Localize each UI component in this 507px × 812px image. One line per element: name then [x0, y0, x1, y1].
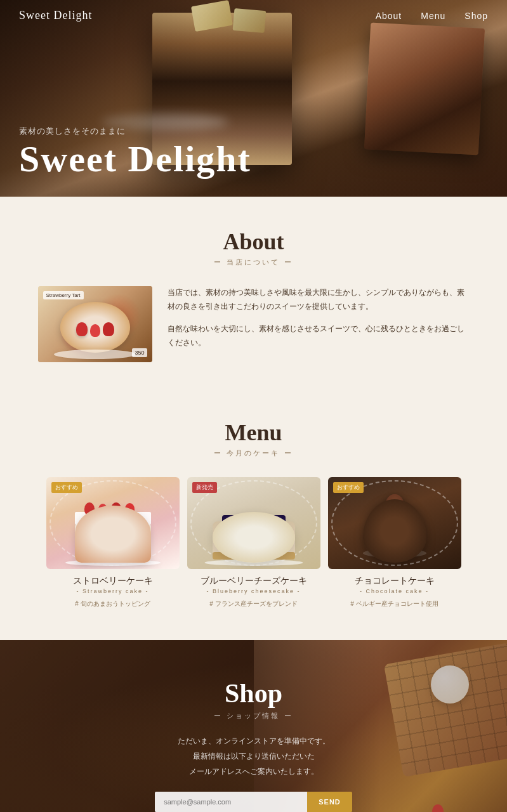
bb5 [260, 518, 267, 524]
shop-content: Shop ー ショップ情報 ー ただいま、オンラインストアを準備中です。 最新情… [19, 678, 488, 812]
nav-links: About Menu Shop [376, 11, 488, 21]
deco-circle-chocolate [331, 480, 458, 566]
tart-price: 350 [132, 348, 147, 357]
sc-layer2 [75, 534, 151, 550]
about-text: 当店では、素材の持つ美味しさや風味を最大限に生かし、シンプルでありながらも、素材… [168, 286, 470, 362]
sc-s2 [98, 504, 107, 515]
bc-cake [213, 509, 295, 560]
sc-cream [75, 512, 151, 525]
cc-drizzle [369, 535, 421, 537]
tart-label: Strawberry Tart [43, 291, 84, 299]
cc-base [363, 549, 426, 558]
about-image-inner: Strawberry Tart 350 [38, 286, 152, 362]
about-section: About ー 当店について ー Strawberry Tart 350 当店 [0, 197, 507, 394]
menu-section: Menu ー 今月のケーキ ー おすすめ [0, 394, 507, 640]
menu-card-blueberry: 新発売 [187, 477, 320, 608]
cc-swirl [385, 494, 404, 516]
shop-text-line3: メールアドレスへご案内いたします。 [19, 764, 488, 779]
menu-title: Menu [19, 419, 488, 446]
about-subtitle: ー 当店について ー [19, 258, 488, 267]
hero-title: Sweet Delight [19, 141, 251, 178]
menu-grid: おすすめ [25, 477, 482, 608]
about-content: Strawberry Tart 350 当店では、素材の持つ美味しさや風味を最大… [38, 286, 470, 362]
bc-crust [213, 552, 295, 560]
bc-plate [204, 560, 303, 566]
bc-berries [222, 515, 286, 527]
shop-title: Shop [19, 678, 488, 709]
menu-card-en-blueberry: - Blueberry cheesecake - [187, 588, 320, 594]
shop-form: SEND [19, 792, 488, 812]
menu-badge-blueberry: 新発売 [192, 482, 217, 493]
menu-card-en-chocolate: - Chocolate cake - [328, 588, 461, 594]
menu-card-img-strawberry: おすすめ [46, 477, 180, 569]
menu-card-strawberry: おすすめ [46, 477, 180, 608]
about-text-2: 自然な味わいを大切にし、素材を感じさせるスイーツで、心に残るひとときをお過ごしく… [168, 322, 470, 350]
menu-card-name-blueberry: ブルーベリーチーズケーキ [187, 575, 320, 587]
sc-layer3 [75, 550, 151, 560]
menu-card-tag-chocolate: # ベルギー産チョコレート使用 [328, 599, 461, 608]
sc-toppings [84, 502, 135, 515]
menu-badge-strawberry: おすすめ [51, 482, 82, 493]
tart-plate [54, 350, 136, 359]
shop-section: Shop ー ショップ情報 ー ただいま、オンラインストアを準備中です。 最新情… [0, 640, 507, 812]
sc-s3 [111, 502, 121, 515]
deco-circle-blueberry [190, 480, 317, 566]
sc-s4 [125, 503, 135, 515]
about-text-1: 当店では、素材の持つ美味しさや風味を最大限に生かし、シンプルでありながらも、素材… [168, 286, 470, 313]
bb1 [227, 518, 234, 524]
menu-card-name-chocolate: チョコレートケーキ [328, 575, 461, 587]
bb2 [235, 518, 242, 524]
tart-strawberries [76, 322, 114, 337]
bb4 [252, 518, 258, 524]
menu-card-tag-strawberry: # 旬のあまおうトッピング [46, 599, 180, 608]
hero-content: 素材の美しさをそのままに Sweet Delight [19, 126, 251, 178]
menu-card-img-chocolate: おすすめ [328, 477, 461, 569]
sc-cake [75, 502, 151, 560]
sc-layer1 [75, 525, 151, 534]
shop-email-input[interactable] [155, 792, 307, 812]
shop-text: ただいま、オンラインストアを準備中です。 最新情報は以下より送信いただいた メー… [19, 733, 488, 779]
about-image: Strawberry Tart 350 [38, 286, 152, 362]
nav-logo[interactable]: Sweet Delight [19, 9, 92, 22]
sc-plate [65, 560, 161, 566]
nav-link-menu[interactable]: Menu [421, 11, 445, 21]
cc-dome [369, 501, 420, 551]
menu-subtitle: ー 今月のケーキ ー [19, 449, 488, 458]
nav-link-about[interactable]: About [376, 11, 402, 21]
menu-card-en-strawberry: - Strawberry cake - [46, 588, 180, 594]
shop-text-line2: 最新情報は以下より送信いただいた [19, 749, 488, 764]
menu-card-img-blueberry: 新発売 [187, 477, 320, 569]
deco-circle-strawberry [49, 480, 176, 566]
shop-text-line1: ただいま、オンラインストアを準備中です。 [19, 733, 488, 749]
menu-card-chocolate: おすすめ チョコレートケーキ - Chocolate cake - # [328, 477, 461, 608]
hero-subtitle: 素材の美しさをそのままに [19, 126, 251, 137]
strawberry-3 [103, 322, 114, 336]
cc-cake [363, 494, 426, 558]
menu-card-name-strawberry: ストロベリーケーキ [46, 575, 180, 587]
sc-s1 [84, 502, 95, 515]
shop-subtitle: ー ショップ情報 ー [19, 711, 488, 721]
bc-body [213, 521, 295, 560]
about-title: About [19, 228, 488, 255]
strawberry-2 [90, 324, 100, 337]
menu-badge-chocolate: おすすめ [333, 482, 364, 493]
shop-send-button[interactable]: SEND [307, 792, 352, 812]
bb3 [244, 518, 250, 524]
navigation: Sweet Delight About Menu Shop [0, 0, 507, 31]
nav-link-shop[interactable]: Shop [464, 11, 488, 21]
bc-topping [222, 515, 286, 531]
menu-card-tag-blueberry: # フランス産チーズをブレンド [187, 599, 320, 608]
strawberry-1 [76, 322, 88, 336]
